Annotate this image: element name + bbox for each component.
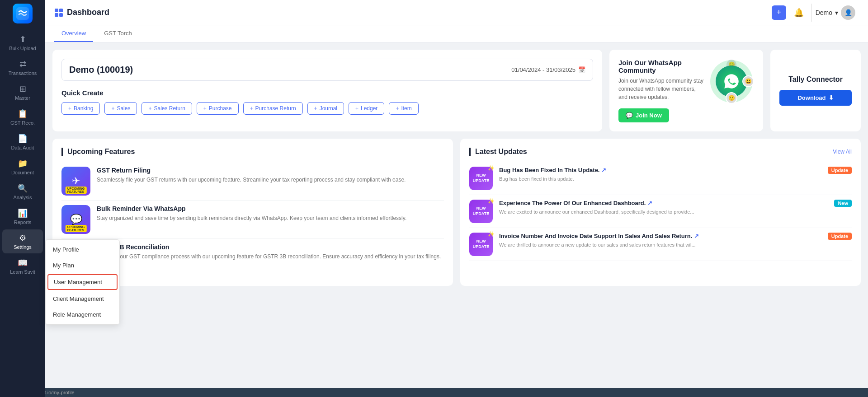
context-menu: My Profile My Plan User Management Clien…: [45, 239, 120, 325]
feature-desc: Stay organized and save time by sending …: [97, 214, 444, 222]
document-icon: 📁: [18, 159, 28, 168]
whatsapp-card: Join Our WhatsApp Community Join our Wha…: [609, 50, 763, 131]
content-area: Demo (100019) 01/04/2024 - 31/03/2025 📅 …: [45, 42, 868, 397]
sidebar-item-gst-reco[interactable]: 📋 GST Reco.: [2, 105, 43, 129]
update-item-bug-fix: ✨ NEWUPDATE Bug Has Been Fixed In This U…: [469, 162, 852, 195]
company-header: Demo (100019) 01/04/2024 - 31/03/2025 📅: [61, 59, 593, 81]
wa-avatar-3: 😃: [742, 75, 754, 87]
wa-title: Join Our WhatsApp Community: [618, 59, 704, 74]
transactions-icon: ⇄: [19, 59, 26, 69]
upcoming-features-title: Upcoming Features: [61, 148, 444, 156]
external-link-icon: ↗: [694, 233, 699, 239]
quick-btn-purchase-return[interactable]: +Purchase Return: [243, 102, 303, 115]
feature-text-gstr-3b: GSTR 3B Reconciliation Simplify your GST…: [97, 243, 444, 272]
sidebar: ⬆ Bulk Upload ⇄ Transactions ⊞ Master 📋 …: [0, 0, 45, 397]
wa-text: Join Our WhatsApp Community Join our Wha…: [618, 59, 704, 101]
sidebar-item-label: Settings: [14, 244, 32, 250]
quick-buttons-container: +Banking +Sales +Sales Return +Purchase …: [61, 102, 593, 115]
sidebar-item-master[interactable]: ⊞ Master: [2, 80, 43, 104]
sidebar-item-label: GST Reco.: [10, 120, 35, 126]
plus-icon: +: [355, 105, 359, 112]
sidebar-item-learn[interactable]: 📖 Learn Suvit: [2, 254, 43, 278]
quick-btn-sales[interactable]: +Sales: [104, 102, 137, 115]
download-icon: ⬇: [829, 94, 834, 101]
master-icon: ⊞: [19, 84, 26, 94]
quick-btn-purchase[interactable]: +Purchase: [197, 102, 239, 115]
update-icon-bug-fix: ✨ NEWUPDATE: [469, 167, 493, 190]
sidebar-item-label: Data Audit: [11, 145, 34, 150]
sidebar-item-label: Transactions: [9, 70, 37, 76]
feature-icon-bulk-reminder: 💬 UPCOMINGFEATURES: [61, 205, 90, 234]
quick-btn-banking[interactable]: +Banking: [61, 102, 100, 115]
quick-btn-journal[interactable]: +Journal: [307, 102, 344, 115]
sidebar-item-label: Learn Suvit: [10, 269, 35, 275]
sidebar-item-analysis[interactable]: 🔍 Analysis: [2, 180, 43, 204]
sidebar-item-transactions[interactable]: ⇄ Transactions: [2, 56, 43, 79]
update-text-invoice: Invoice Number And Invoice Date Support …: [499, 233, 852, 256]
plus-icon: +: [68, 105, 71, 112]
bell-icon: 🔔: [794, 8, 804, 18]
quick-btn-ledger[interactable]: +Ledger: [349, 102, 384, 115]
menu-item-user-management[interactable]: User Management: [47, 274, 118, 290]
wa-graphic: 😊 🙂 😃: [709, 59, 754, 104]
notification-button[interactable]: 🔔: [792, 5, 806, 20]
sidebar-item-bulk-upload[interactable]: ⬆ Bulk Upload: [2, 31, 43, 55]
external-link-icon: ↗: [601, 167, 606, 173]
sidebar-logo[interactable]: [13, 4, 33, 23]
top-header: Dashboard + 🔔 Demo ▾ 👤: [45, 0, 868, 25]
menu-item-my-plan[interactable]: My Plan: [46, 257, 119, 273]
feature-text-gst-return: GST Return Filing Seamlessly file your G…: [97, 167, 444, 196]
quick-create-title: Quick Create: [61, 89, 593, 97]
top-row: Demo (100019) 01/04/2024 - 31/03/2025 📅 …: [52, 50, 861, 131]
download-button[interactable]: Download ⬇: [779, 90, 852, 106]
feature-name: GSTR 3B Reconciliation: [97, 243, 444, 251]
company-card: Demo (100019) 01/04/2024 - 31/03/2025 📅 …: [52, 50, 602, 131]
quick-btn-item[interactable]: +Item: [389, 102, 418, 115]
view-all-link[interactable]: View All: [833, 149, 852, 155]
update-badge: Update: [828, 167, 852, 174]
latest-updates-title: Latest Updates: [469, 148, 527, 156]
sidebar-item-label: Reports: [14, 220, 32, 225]
bulk-reminder-icon: 💬: [70, 214, 82, 225]
settings-icon: ⚙: [19, 233, 26, 243]
tabs-bar: Overview GST Torch: [45, 25, 868, 42]
menu-item-role-management[interactable]: Role Management: [46, 307, 119, 322]
join-now-button[interactable]: 💬 Join Now: [618, 108, 669, 122]
menu-item-my-profile[interactable]: My Profile: [46, 242, 119, 257]
data-audit-icon: 📄: [18, 134, 28, 144]
sidebar-item-document[interactable]: 📁 Document: [2, 155, 43, 179]
page-title: Dashboard: [67, 8, 109, 17]
plus-icon: +: [111, 105, 114, 112]
menu-item-client-management[interactable]: Client Management: [46, 291, 119, 307]
gst-return-icon: ✈: [72, 175, 80, 187]
svg-rect-3: [55, 13, 58, 17]
updates-header: Latest Updates View All: [469, 148, 852, 156]
upcoming-badge: UPCOMINGFEATURES: [66, 225, 87, 232]
feature-desc: Seamlessly file your GST returns with ou…: [97, 176, 444, 184]
update-desc: Bug has been fixed in this update.: [499, 175, 826, 183]
user-menu-button[interactable]: Demo ▾ 👤: [811, 4, 859, 22]
plus-icon: +: [148, 105, 151, 112]
tab-overview[interactable]: Overview: [54, 25, 93, 42]
tab-gst-torch[interactable]: GST Torch: [97, 25, 139, 42]
svg-rect-1: [55, 9, 58, 12]
sidebar-item-label: Analysis: [14, 195, 32, 200]
add-button[interactable]: +: [772, 5, 786, 20]
external-link-icon: ↗: [647, 200, 652, 206]
sparkle: ✨: [488, 165, 495, 171]
analysis-icon: 🔍: [18, 183, 28, 193]
update-item-invoice: ✨ NEWUPDATE Invoice Number And Invoice D…: [469, 228, 852, 261]
learn-icon: 📖: [18, 258, 28, 268]
svg-rect-4: [59, 13, 63, 17]
update-icon-invoice: ✨ NEWUPDATE: [469, 233, 493, 256]
sidebar-item-settings[interactable]: ⚙ Settings: [2, 229, 43, 253]
header-title: Dashboard: [54, 8, 109, 17]
quick-btn-sales-return[interactable]: +Sales Return: [142, 102, 192, 115]
plus-icon: +: [396, 105, 399, 112]
update-title: Experience The Power Of Our Enhanced Das…: [499, 200, 826, 206]
sidebar-item-data-audit[interactable]: 📄 Data Audit: [2, 130, 43, 154]
tally-title: Tally Connector: [788, 75, 843, 84]
feature-name: GST Return Filing: [97, 167, 444, 174]
sidebar-item-reports[interactable]: 📊 Reports: [2, 205, 43, 229]
join-now-label: Join Now: [636, 112, 662, 119]
